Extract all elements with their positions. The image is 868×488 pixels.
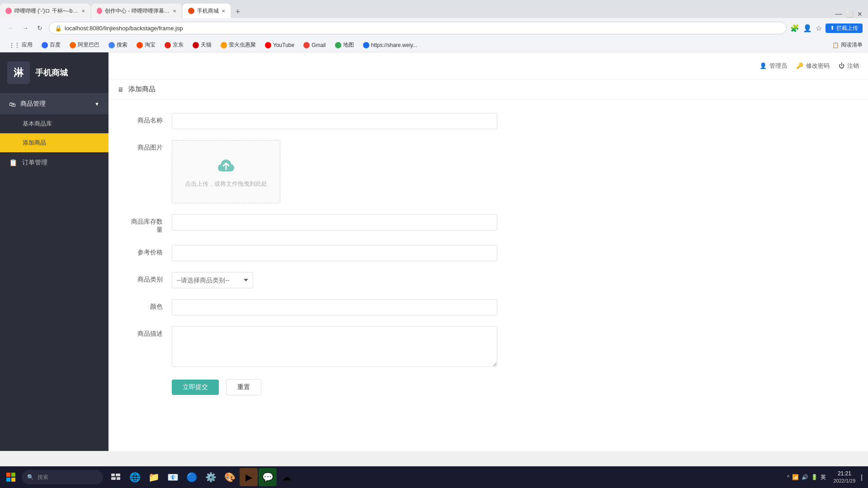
bookmark-jd[interactable]: 京东 bbox=[161, 40, 187, 50]
bookmark-firefly[interactable]: 萤火虫惠聚 bbox=[217, 40, 259, 50]
taskbar: 🔍 搜索 🌐 📁 📧 🔵 ⚙️ 🎨 ▶ 💬 ☁ ^ 📶 🔊 🔋 英 bbox=[0, 466, 868, 488]
stock-field bbox=[172, 214, 497, 230]
color-label: 颜色 bbox=[127, 299, 172, 311]
minimize-button[interactable]: — bbox=[835, 10, 842, 18]
tab-1[interactable]: 哔哩哔哩 ('-')ロ 千杯~--bili... ✕ bbox=[0, 4, 90, 18]
volume-icon[interactable]: 🔊 bbox=[802, 474, 808, 480]
taskbar-icon-wechat[interactable]: 💬 bbox=[259, 468, 277, 486]
taskbar-icon-video[interactable]: ▶ bbox=[240, 468, 258, 486]
bookmark-tmall[interactable]: 天猫 bbox=[189, 40, 215, 50]
submit-button[interactable]: 立即提交 bbox=[172, 380, 219, 395]
tab-3-close[interactable]: ✕ bbox=[222, 9, 225, 14]
stock-input[interactable] bbox=[172, 214, 497, 230]
bookmark-maps[interactable]: 地图 bbox=[331, 40, 358, 50]
taskbar-icon-baidu-net[interactable]: ☁ bbox=[278, 468, 296, 486]
bookmark-maps-label: 地图 bbox=[343, 41, 354, 49]
apps-icon: ⋮⋮ bbox=[9, 42, 20, 48]
taskbar-search-icon: 🔍 bbox=[27, 474, 34, 480]
favicon-1 bbox=[5, 8, 12, 14]
lang-indicator[interactable]: 英 bbox=[821, 474, 826, 481]
taskbar-icon-paint[interactable]: 🎨 bbox=[221, 468, 239, 486]
nav-bar: ← → ↻ 🔒 localhost:8080/linjieshop/backst… bbox=[0, 18, 868, 38]
bookmark-search[interactable]: 搜索 bbox=[105, 40, 131, 50]
sidebar-orders-label: 订单管理 bbox=[22, 159, 47, 167]
tab-2[interactable]: 创作中心 - 哔哩哔哩弹幕视频网 ✕ bbox=[91, 4, 182, 18]
taskbar-clock[interactable]: 21:21 2022/1/29 bbox=[833, 470, 855, 484]
desc-textarea[interactable] bbox=[172, 326, 497, 367]
lock-icon: 🔒 bbox=[55, 25, 62, 32]
extension-upload-button[interactable]: ⬆ 拦截上传 bbox=[826, 23, 863, 33]
bookmark-weiy[interactable]: https://share.weiy... bbox=[359, 41, 421, 50]
tab-1-close[interactable]: ✕ bbox=[81, 9, 85, 14]
bookmark-gmail[interactable]: Gmail bbox=[300, 41, 329, 50]
taskbar-sys-icons: ^ 📶 🔊 🔋 英 bbox=[783, 474, 830, 481]
buttons-field: 立即提交 重置 bbox=[172, 379, 497, 395]
svg-rect-2 bbox=[6, 478, 10, 482]
battery-icon[interactable]: 🔋 bbox=[811, 474, 818, 480]
logout-label: 注销 bbox=[847, 62, 859, 70]
admin-icon: 👤 bbox=[760, 62, 767, 69]
bookmark-weiy-label: https://share.weiy... bbox=[371, 42, 418, 48]
taskbar-search[interactable]: 🔍 搜索 bbox=[22, 470, 103, 484]
tab-1-title: 哔哩哔哩 ('-')ロ 千杯~--bili... bbox=[14, 7, 79, 15]
show-desktop-button[interactable]: | bbox=[859, 474, 864, 481]
refresh-button[interactable]: ↻ bbox=[34, 23, 45, 33]
sidebar-item-basic[interactable]: 基本商品库 bbox=[0, 114, 108, 133]
price-input[interactable] bbox=[172, 245, 497, 261]
start-button[interactable] bbox=[0, 466, 22, 488]
bookmark-search-label: 搜索 bbox=[117, 41, 127, 49]
taskbar-icon-folder[interactable]: 📁 bbox=[145, 468, 163, 486]
taskbar-icon-mail[interactable]: 📧 bbox=[164, 468, 182, 486]
weiy-favicon bbox=[363, 42, 369, 48]
key-icon: 🔑 bbox=[796, 62, 803, 69]
bookmark-youtube[interactable]: YouTube bbox=[261, 41, 298, 50]
admin-action[interactable]: 👤 管理员 bbox=[760, 62, 787, 70]
sidebar-add-label: 添加商品 bbox=[23, 139, 46, 147]
bookmark-apps[interactable]: ⋮⋮ 应用 bbox=[5, 40, 36, 50]
bookmark-alibaba[interactable]: 阿里巴巴 bbox=[66, 40, 103, 50]
upload-ext-label: 拦截上传 bbox=[836, 24, 858, 32]
logout-action[interactable]: ⏻ 注销 bbox=[839, 62, 859, 70]
profile-icon[interactable]: 👤 bbox=[803, 24, 812, 33]
taskbar-icon-taskview[interactable] bbox=[107, 468, 125, 486]
buttons-spacer bbox=[127, 379, 172, 383]
logo-icon: 淋 bbox=[7, 61, 30, 84]
read-mode-button[interactable]: 📋 阅读清单 bbox=[832, 41, 863, 49]
name-input[interactable] bbox=[172, 113, 497, 129]
close-button[interactable]: ✕ bbox=[857, 10, 863, 18]
sidebar-item-orders[interactable]: 📋 订单管理 bbox=[0, 152, 108, 173]
extensions-icon[interactable]: 🧩 bbox=[790, 24, 799, 33]
bookmark-baidu[interactable]: 百度 bbox=[38, 40, 64, 50]
sidebar-menu: 🛍 商品管理 ▼ 基本商品库 添加商品 📋 订单管理 bbox=[0, 94, 108, 451]
form-row-color: 颜色 bbox=[127, 299, 850, 315]
change-pwd-action[interactable]: 🔑 修改密码 bbox=[796, 62, 830, 70]
chevron-up-icon[interactable]: ^ bbox=[787, 474, 790, 480]
read-mode-label: 阅读清单 bbox=[841, 41, 863, 49]
color-input[interactable] bbox=[172, 299, 497, 315]
form-container: 商品名称 商品图片 点击上传，或将文件 bbox=[108, 99, 868, 451]
taobao-favicon bbox=[137, 42, 143, 48]
taskbar-icon-browser[interactable]: 🔵 bbox=[183, 468, 201, 486]
bookmark-taobao[interactable]: 淘宝 bbox=[133, 40, 159, 50]
upload-area[interactable]: 点击上传，或将文件拖曳到此处 bbox=[172, 140, 280, 203]
bookmark-jd-label: 京东 bbox=[173, 41, 184, 49]
form-row-buttons: 立即提交 重置 bbox=[127, 379, 850, 395]
tab-2-close[interactable]: ✕ bbox=[173, 9, 176, 14]
new-tab-button[interactable]: + bbox=[231, 5, 244, 18]
svg-rect-1 bbox=[11, 473, 15, 477]
favorite-icon[interactable]: ☆ bbox=[816, 24, 822, 33]
category-select[interactable]: --请选择商品类别-- bbox=[172, 272, 253, 288]
tab-3[interactable]: 手机商城 ✕ bbox=[183, 4, 231, 18]
address-bar[interactable]: 🔒 localhost:8080/linjieshop/backstage/fr… bbox=[49, 22, 787, 34]
bookmark-gmail-label: Gmail bbox=[311, 42, 326, 48]
color-field bbox=[172, 299, 497, 315]
forward-button[interactable]: → bbox=[20, 23, 31, 33]
back-button[interactable]: ← bbox=[5, 23, 16, 33]
sidebar-item-add[interactable]: 添加商品 bbox=[0, 133, 108, 152]
taskbar-icon-settings[interactable]: ⚙️ bbox=[202, 468, 220, 486]
sidebar-item-goods[interactable]: 🛍 商品管理 ▼ bbox=[0, 94, 108, 114]
reset-button[interactable]: 重置 bbox=[226, 379, 261, 395]
network-icon[interactable]: 📶 bbox=[792, 474, 799, 480]
taskbar-icon-edge[interactable]: 🌐 bbox=[126, 468, 144, 486]
restore-button[interactable]: ⬜ bbox=[846, 10, 854, 18]
